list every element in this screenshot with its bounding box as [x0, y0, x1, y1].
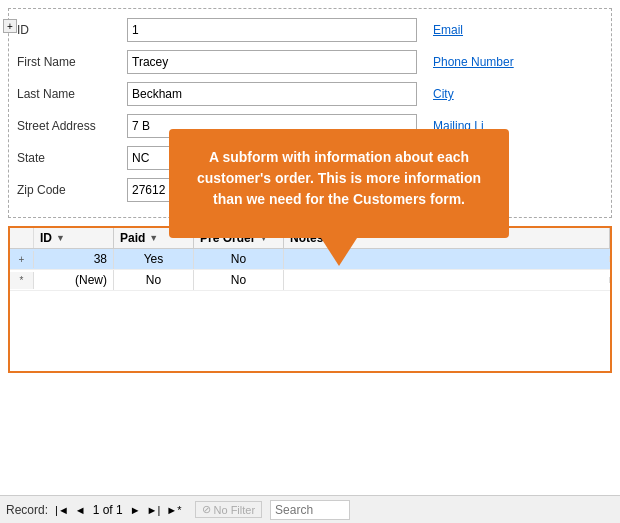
label-city[interactable]: City	[433, 87, 454, 101]
input-id[interactable]	[127, 18, 417, 42]
cell-preorder-2: No	[194, 270, 284, 290]
label-street: Street Address	[17, 119, 127, 133]
input-lastname[interactable]	[127, 82, 417, 106]
nav-prev-button[interactable]: ◄	[72, 503, 89, 517]
filter-icon: ⊘	[202, 503, 211, 516]
sort-icon-id: ▼	[56, 233, 65, 243]
header-indicator	[10, 228, 34, 248]
label-firstname: First Name	[17, 55, 127, 69]
expand-plus-icon: +	[19, 254, 25, 265]
label-id: ID	[17, 23, 127, 37]
nav-first-button[interactable]: |◄	[52, 503, 72, 517]
nav-new-button[interactable]: ►*	[163, 503, 184, 517]
cell-paid-2: No	[114, 270, 194, 290]
col-header-id[interactable]: ID ▼	[34, 228, 114, 248]
label-lastname: Last Name	[17, 87, 127, 101]
label-state: State	[17, 151, 127, 165]
input-firstname[interactable]	[127, 50, 417, 74]
left-expand-icon[interactable]: +	[3, 19, 17, 33]
label-email[interactable]: Email	[433, 23, 463, 37]
sort-icon-paid: ▼	[149, 233, 158, 243]
row-new-indicator: *	[10, 272, 34, 289]
nav-last-button[interactable]: ►|	[144, 503, 164, 517]
subform-container: ID ▼ Paid ▼ Pre Order ▼ Notes + 38 Yes N…	[8, 226, 612, 373]
form-row-id: ID Email	[17, 17, 603, 43]
cell-preorder-1: No	[194, 249, 284, 269]
search-input[interactable]	[270, 500, 350, 520]
page-info: 1 of 1	[93, 503, 123, 517]
tooltip-text: A subform with information about each cu…	[197, 149, 481, 207]
table-row[interactable]: + 38 Yes No	[10, 249, 610, 270]
tooltip-arrow	[321, 238, 357, 266]
form-row-lastname: Last Name City	[17, 81, 603, 107]
no-filter-label: No Filter	[214, 504, 256, 516]
nav-next-button[interactable]: ►	[127, 503, 144, 517]
cell-notes-2	[284, 277, 610, 283]
tooltip-popup: A subform with information about each cu…	[169, 129, 509, 238]
no-filter-button[interactable]: ⊘ No Filter	[195, 501, 263, 518]
nav-bar: Record: |◄ ◄ 1 of 1 ► ►| ►* ⊘ No Filter	[0, 495, 620, 523]
label-phone[interactable]: Phone Number	[433, 55, 514, 69]
cell-paid-1: Yes	[114, 249, 194, 269]
cell-id-2: (New)	[34, 270, 114, 290]
table-row[interactable]: * (New) No No	[10, 270, 610, 291]
empty-space	[10, 291, 610, 371]
label-zip: Zip Code	[17, 183, 127, 197]
form-outer: + ID Email First Name Phone Number Last …	[8, 8, 612, 218]
cell-id-1: 38	[34, 249, 114, 269]
row-expand-icon[interactable]: +	[10, 251, 34, 268]
record-label: Record:	[6, 503, 48, 517]
form-row-firstname: First Name Phone Number	[17, 49, 603, 75]
